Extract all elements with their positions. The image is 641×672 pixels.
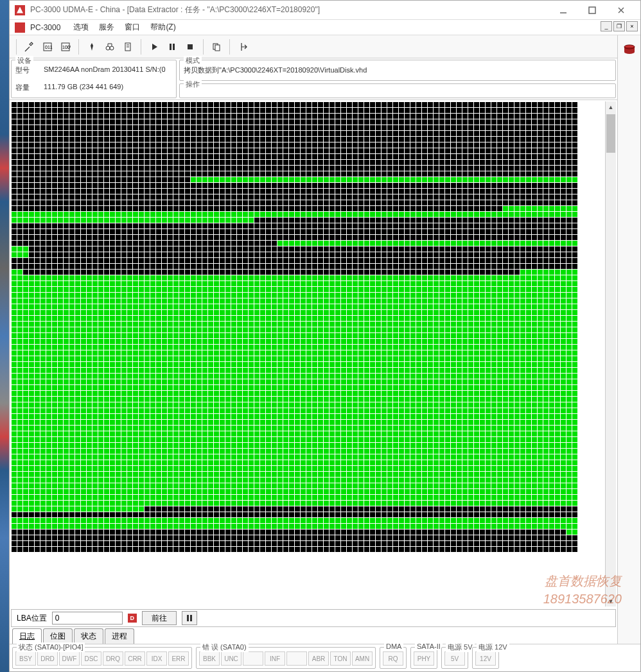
svg-text:0111: 0111: [45, 45, 53, 49]
status-bar: 状态 (SATA0)-[PIO4] BSYDRDDWFDSCDRQCRRIDXE…: [10, 644, 640, 671]
tabs-row: 日志 位图 状态 进程: [10, 628, 617, 644]
model-label: 型号: [15, 65, 39, 75]
map-scrollbar[interactable]: ▲ ▼: [605, 101, 616, 607]
right-tool-panel: [617, 35, 640, 644]
status-indicator: DRD: [37, 651, 58, 666]
status-indicator: [243, 651, 263, 666]
menubar: PC-3000 选项 服务 窗口 帮助(Z) _ ❐ ×: [10, 20, 640, 35]
stop-button[interactable]: [181, 38, 199, 56]
app-name: PC-3000: [30, 23, 60, 32]
capacity-label: 容量: [15, 83, 39, 92]
status-group-dma-label: DMA: [384, 642, 403, 650]
status-indicator: CRR: [125, 651, 145, 666]
pin-icon[interactable]: [83, 38, 101, 56]
tab-process[interactable]: 进程: [105, 628, 134, 644]
status-group-sata2: SATA-II PHY: [410, 647, 437, 669]
status-group-pwr5-label: 电源 5V: [446, 642, 475, 652]
operation-panel: 操作: [179, 83, 616, 98]
status-group-error: 错 误 (SATA0) BBKUNCINFABRTONAMN: [196, 647, 376, 669]
menu-help[interactable]: 帮助(Z): [145, 21, 180, 34]
model-value: SM2246AA nonDram 20130411 S/N:(0: [44, 65, 166, 75]
status-group-pwr5: 电源 5V 5V: [441, 647, 468, 669]
status-indicator: [286, 651, 307, 666]
pause-button[interactable]: [163, 38, 181, 56]
lba-input[interactable]: [52, 612, 123, 625]
content-main: 0111 100% 设备: [10, 35, 617, 644]
desktop-background-strip: [0, 0, 9, 672]
status-group-dma: DMA RQ: [380, 647, 407, 669]
lba-mode-icon[interactable]: D: [128, 614, 137, 623]
lba-row: LBA位置 D 前往: [11, 609, 616, 627]
status-indicator: INF: [265, 651, 285, 666]
mdi-restore-button[interactable]: ❐: [613, 21, 625, 31]
status-group-error-label: 错 误 (SATA0): [200, 642, 249, 652]
info-panels: 设备 型号 SM2246AA nonDram 20130411 S/N:(0 容…: [10, 58, 617, 100]
svg-text:100%: 100%: [62, 45, 71, 49]
scroll-down-icon[interactable]: ▼: [606, 596, 616, 607]
status-indicator: DSC: [81, 651, 101, 666]
scroll-thumb[interactable]: [606, 114, 615, 153]
svg-rect-14: [173, 44, 175, 50]
svg-rect-17: [215, 45, 220, 51]
exit-icon[interactable]: [234, 38, 252, 56]
goto-button[interactable]: 前往: [142, 611, 177, 625]
maximize-button[interactable]: [577, 1, 606, 19]
minimize-button[interactable]: [549, 1, 577, 19]
status-indicator: BBK: [199, 651, 220, 666]
tab-status[interactable]: 状态: [74, 628, 103, 644]
status-group-sata2-label: SATA-II: [415, 642, 443, 650]
svg-rect-15: [188, 44, 193, 49]
play-button[interactable]: [145, 38, 163, 56]
status-indicator: IDX: [146, 651, 167, 666]
mdi-minimize-button[interactable]: _: [601, 21, 612, 31]
main-window: PC-3000 UDMA-E - China - [Data Extractor…: [9, 0, 641, 672]
capacity-value: 111.79 GB (234 441 649): [44, 83, 123, 92]
status-group-pwr12: 电源 12V 12V: [472, 647, 499, 669]
menu-window[interactable]: 窗口: [119, 21, 145, 34]
registers-icon[interactable]: 0111: [39, 38, 57, 56]
app-icon: [15, 5, 25, 15]
status-indicator: DWF: [59, 651, 80, 666]
mode-panel: 模式 拷贝数据到"A:\PC3000\2246XT=20180920\Virtu…: [179, 60, 616, 81]
close-button[interactable]: [606, 1, 635, 19]
toolbar: 0111 100%: [10, 35, 617, 58]
tools-icon[interactable]: [21, 38, 39, 56]
device-panel: 设备 型号 SM2246AA nonDram 20130411 S/N:(0 容…: [11, 60, 177, 98]
status-group-pwr12-label: 电源 12V: [477, 642, 509, 652]
status-indicator: RQ: [383, 651, 403, 666]
document-icon[interactable]: [119, 38, 137, 56]
app-icon-small: [15, 22, 25, 33]
mdi-controls: _ ❐ ×: [601, 21, 638, 31]
device-panel-label: 设备: [15, 56, 33, 65]
percent-icon[interactable]: 100%: [57, 38, 75, 56]
sector-map-canvas[interactable]: [11, 101, 578, 553]
tab-log[interactable]: 日志: [12, 628, 42, 644]
window-title: PC-3000 UDMA-E - China - [Data Extractor…: [30, 4, 549, 15]
svg-rect-13: [170, 44, 171, 50]
lba-pause-button[interactable]: [182, 611, 197, 625]
content-area: 0111 100% 设备: [10, 35, 640, 644]
status-indicator: TON: [330, 651, 351, 666]
svg-rect-1: [589, 7, 595, 13]
status-indicator: DRQ: [103, 651, 123, 666]
menu-services[interactable]: 服务: [94, 21, 119, 34]
mode-value: 拷贝数据到"A:\PC3000\2246XT=20180920\VirtualD…: [184, 65, 367, 75]
disk-tool-icon[interactable]: [620, 40, 638, 58]
menu-options[interactable]: 选项: [68, 21, 94, 34]
window-controls: [549, 1, 635, 19]
operation-panel-label: 操作: [184, 80, 202, 89]
sector-map[interactable]: [11, 101, 605, 607]
status-group-status-label: 状态 (SATA0)-[PIO4]: [17, 642, 85, 652]
svg-point-9: [110, 46, 114, 50]
scroll-up-icon[interactable]: ▲: [606, 101, 616, 112]
status-group-status: 状态 (SATA0)-[PIO4] BSYDRDDWFDSCDRQCRRIDXE…: [12, 647, 192, 669]
status-indicator: BSY: [15, 651, 36, 666]
tab-bitmap[interactable]: 位图: [43, 628, 73, 644]
status-indicator: PHY: [414, 651, 434, 666]
status-indicator: UNC: [221, 651, 241, 666]
copy-icon[interactable]: [207, 38, 225, 56]
status-indicator: 5V: [444, 651, 465, 666]
titlebar: PC-3000 UDMA-E - China - [Data Extractor…: [10, 1, 640, 20]
binoculars-icon[interactable]: [101, 38, 119, 56]
mdi-close-button[interactable]: ×: [626, 21, 638, 31]
